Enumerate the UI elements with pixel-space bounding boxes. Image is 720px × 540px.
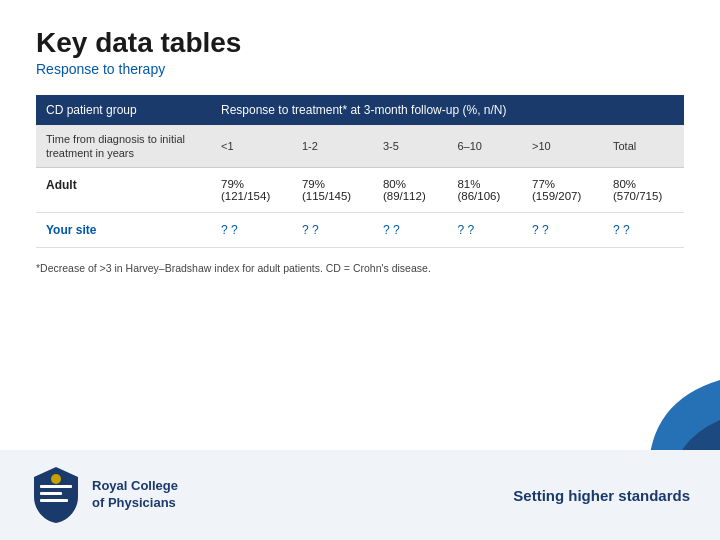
- subheader-col6: >10: [522, 125, 603, 168]
- subheader-col5: 6–10: [447, 125, 522, 168]
- svg-rect-0: [40, 485, 72, 488]
- col-patient-group: CD patient group: [36, 95, 211, 125]
- your-site-col3: ? ?: [292, 213, 373, 248]
- your-site-col7: ? ?: [603, 213, 684, 248]
- rcp-shield-icon: [30, 465, 82, 525]
- subheader-col2: <1: [211, 125, 292, 168]
- footer-bar: Royal College of Physicians Setting high…: [0, 450, 720, 540]
- your-site-col4: ? ?: [373, 213, 448, 248]
- table-header-row: CD patient group Response to treatment* …: [36, 95, 684, 125]
- adult-col6: 77% (159/207): [522, 168, 603, 213]
- subheader-col3: 1-2: [292, 125, 373, 168]
- adult-group-label: Adult: [36, 168, 211, 213]
- subheader-col7: Total: [603, 125, 684, 168]
- footer-tagline: Setting higher standards: [513, 487, 690, 504]
- rcp-logo: Royal College of Physicians: [30, 465, 178, 525]
- svg-point-3: [51, 474, 61, 484]
- adult-col4: 80% (89/112): [373, 168, 448, 213]
- adult-col7: 80% (570/715): [603, 168, 684, 213]
- page-subtitle: Response to therapy: [36, 61, 684, 77]
- svg-rect-2: [40, 499, 68, 502]
- footnote: *Decrease of >3 in Harvey–Bradshaw index…: [36, 262, 684, 274]
- page-title: Key data tables: [36, 28, 684, 59]
- subheader-col1: Time from diagnosis to initial treatment…: [36, 125, 211, 168]
- your-site-col5: ? ?: [447, 213, 522, 248]
- svg-rect-1: [40, 492, 62, 495]
- main-content: Key data tables Response to therapy CD p…: [0, 0, 720, 294]
- rcp-org-name: Royal College of Physicians: [92, 478, 178, 512]
- table-row-adult: Adult 79% (121/154) 79% (115/145) 80% (8…: [36, 168, 684, 213]
- adult-col2: 79% (121/154): [211, 168, 292, 213]
- your-site-col2: ? ?: [211, 213, 292, 248]
- your-site-label: Your site: [36, 213, 211, 248]
- subheader-col4: 3-5: [373, 125, 448, 168]
- your-site-col6: ? ?: [522, 213, 603, 248]
- adult-col3: 79% (115/145): [292, 168, 373, 213]
- adult-col5: 81% (86/106): [447, 168, 522, 213]
- col-response-header: Response to treatment* at 3-month follow…: [211, 95, 684, 125]
- data-table: CD patient group Response to treatment* …: [36, 95, 684, 249]
- table-row-your-site: Your site ? ? ? ? ? ? ? ? ? ? ? ?: [36, 213, 684, 248]
- table-subheader-row: Time from diagnosis to initial treatment…: [36, 125, 684, 168]
